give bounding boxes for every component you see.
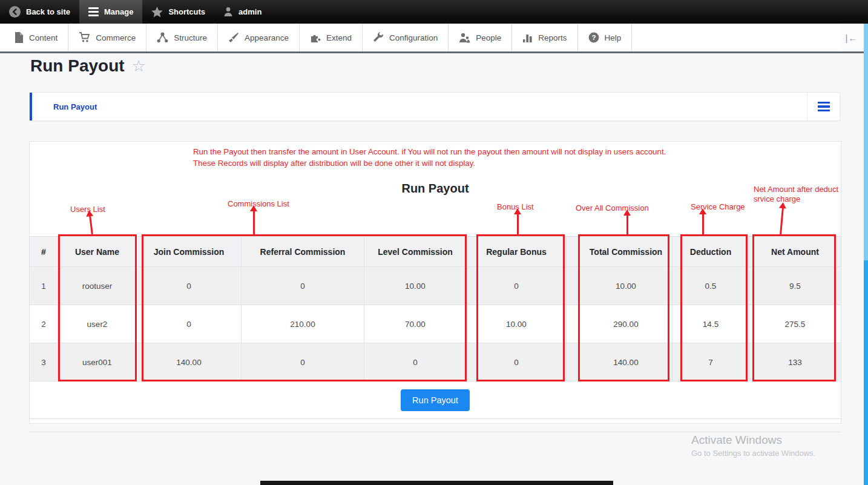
screen: Back to site Manage Shortcuts admin Cont… bbox=[0, 0, 868, 485]
table-row: 1 rootuser 0 0 10.00 0 10.00 0.5 9.5 bbox=[30, 267, 841, 305]
cell-net-amount: 275.5 bbox=[749, 305, 841, 343]
hamburger-icon bbox=[818, 102, 830, 112]
table-header-row: # User Name Join Commission Referral Com… bbox=[30, 237, 841, 267]
toolbar-label-configuration: Configuration bbox=[389, 33, 438, 42]
col-header-deduction: Deduction bbox=[672, 237, 749, 267]
toolbar-item-structure[interactable]: Structure bbox=[146, 24, 218, 51]
toolbar-item-help[interactable]: ? Help bbox=[578, 24, 633, 51]
run-payout-button[interactable]: Run Payout bbox=[401, 389, 470, 411]
toolbar-item-content[interactable]: Content bbox=[4, 24, 68, 51]
payout-heading: Run Payout bbox=[30, 182, 841, 196]
cart-icon bbox=[79, 32, 90, 43]
cell-level-commission: 0 bbox=[364, 343, 467, 381]
primary-tabs: Run Payout bbox=[29, 92, 840, 121]
table-row: 2 user2 0 210.00 70.00 10.00 290.00 14.5… bbox=[30, 305, 841, 343]
paintbrush-icon bbox=[228, 32, 239, 43]
col-header-join-commission: Join Commission bbox=[137, 237, 242, 267]
col-header-referral-commission: Referral Commission bbox=[242, 237, 364, 267]
shortcuts-button[interactable]: Shortcuts bbox=[142, 0, 214, 24]
menu-icon bbox=[88, 7, 99, 16]
cell-net-amount: 133 bbox=[749, 343, 841, 381]
cell-join-commission: 0 bbox=[137, 267, 242, 305]
toolbar-item-extend[interactable]: Extend bbox=[300, 24, 363, 51]
svg-text:?: ? bbox=[591, 34, 596, 41]
cell-spacer bbox=[567, 267, 580, 305]
divider-line bbox=[29, 432, 841, 432]
toolbar-item-commerce[interactable]: Commerce bbox=[68, 24, 146, 51]
document-icon bbox=[15, 32, 24, 43]
sitemap-icon bbox=[157, 32, 168, 43]
cell-index: 3 bbox=[30, 343, 58, 381]
admin-toolbar: Back to site Manage Shortcuts admin bbox=[0, 0, 868, 24]
collapse-left-icon: |← bbox=[846, 33, 858, 43]
cell-user-name: user001 bbox=[58, 343, 137, 381]
cell-referral-commission: 0 bbox=[242, 343, 364, 381]
user-icon bbox=[223, 7, 233, 17]
col-header-net-amount: Net Amount bbox=[749, 237, 841, 267]
notice-line-1: Run the Payout then transfer the amount … bbox=[193, 146, 666, 157]
page-title-text: Run Payout bbox=[30, 56, 125, 76]
toolbar-label-reports: Reports bbox=[538, 33, 567, 42]
table-row: 3 user001 140.00 0 0 0 140.00 7 133 bbox=[30, 343, 841, 381]
back-to-site-label: Back to site bbox=[26, 7, 70, 16]
cell-level-commission: 70.00 bbox=[364, 305, 467, 343]
toolbar-label-people: People bbox=[476, 33, 501, 42]
arrow-users-list bbox=[89, 216, 93, 234]
cell-user-name: rootuser bbox=[58, 267, 137, 305]
toolbar-orientation-toggle[interactable]: |← bbox=[840, 24, 864, 51]
toolbar-label-help: Help bbox=[605, 33, 622, 42]
admin-user-button[interactable]: admin bbox=[214, 0, 271, 24]
wrench-icon bbox=[373, 32, 384, 43]
col-header-index: # bbox=[30, 237, 58, 267]
cell-net-amount: 9.5 bbox=[749, 267, 841, 305]
cell-deduction: 14.5 bbox=[672, 305, 749, 343]
col-header-regular-bonus: Regular Bonus bbox=[467, 237, 567, 267]
star-icon bbox=[151, 7, 163, 18]
payout-card: Run the Payout then transfer the amount … bbox=[29, 141, 841, 424]
favorite-star-icon[interactable]: ☆ bbox=[132, 57, 146, 76]
toolbar-item-configuration[interactable]: Configuration bbox=[363, 24, 449, 51]
arrow-net-amount bbox=[780, 208, 784, 234]
arrow-bonus-list bbox=[517, 214, 519, 234]
toolbar-item-people[interactable]: People bbox=[449, 24, 512, 51]
shortcuts-label: Shortcuts bbox=[168, 7, 205, 16]
cell-total-commission: 290.00 bbox=[580, 305, 672, 343]
taskbar-edge bbox=[260, 481, 613, 485]
toolbar-label-content: Content bbox=[29, 33, 58, 42]
col-header-level-commission: Level Commission bbox=[364, 237, 467, 267]
cell-join-commission: 0 bbox=[137, 305, 242, 343]
toolbar-label-commerce: Commerce bbox=[96, 33, 136, 42]
back-to-site-button[interactable]: Back to site bbox=[0, 0, 79, 24]
tabs-menu-button[interactable] bbox=[807, 93, 840, 120]
page-title: Run Payout ☆ bbox=[30, 56, 146, 76]
cell-regular-bonus: 0 bbox=[467, 343, 567, 381]
payout-notice: Run the Payout then transfer the amount … bbox=[193, 146, 666, 169]
scrollbar-thumb[interactable] bbox=[864, 260, 868, 485]
cell-total-commission: 140.00 bbox=[580, 343, 672, 381]
notice-line-2: These Records will display after distrib… bbox=[193, 157, 666, 169]
tab-run-payout[interactable]: Run Payout bbox=[30, 93, 807, 120]
annotation-net-amount: Net Amount after deduct srvice charge bbox=[754, 185, 844, 204]
arrow-commissions-list bbox=[253, 211, 255, 234]
col-header-user-name: User Name bbox=[58, 237, 137, 267]
arrow-overall-commission bbox=[626, 215, 628, 234]
cell-regular-bonus: 10.00 bbox=[467, 305, 567, 343]
cell-referral-commission: 210.00 bbox=[242, 305, 364, 343]
people-icon bbox=[459, 33, 470, 43]
tab-run-payout-label[interactable]: Run Payout bbox=[53, 102, 97, 111]
manage-menu-button[interactable]: Manage bbox=[79, 0, 142, 24]
toolbar-label-extend: Extend bbox=[326, 33, 352, 42]
cell-index: 2 bbox=[30, 305, 58, 343]
cell-spacer bbox=[567, 305, 580, 343]
toolbar-item-reports[interactable]: Reports bbox=[512, 24, 577, 51]
bar-chart-icon bbox=[522, 33, 533, 43]
admin-menu-toolbar: Content Commerce Structure Appearance Ex… bbox=[0, 24, 868, 53]
scrollbar-track[interactable] bbox=[864, 24, 868, 485]
col-header-total-commission: Total Commission bbox=[580, 237, 672, 267]
toolbar-item-appearance[interactable]: Appearance bbox=[218, 24, 300, 51]
annotation-commissions-list: Commissions List bbox=[228, 199, 289, 209]
activate-windows-watermark: Activate Windows bbox=[691, 434, 782, 447]
activate-windows-subtext: Go to Settings to activate Windows. bbox=[691, 449, 815, 458]
cell-referral-commission: 0 bbox=[242, 267, 364, 305]
cell-level-commission: 10.00 bbox=[364, 267, 467, 305]
